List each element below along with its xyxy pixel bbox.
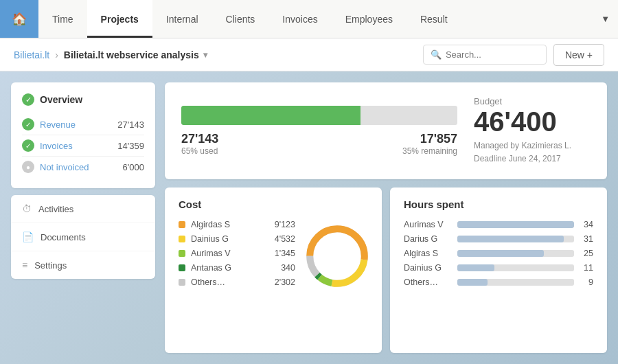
cost-dot-4 xyxy=(179,279,185,286)
hours-bar-wrap-3 xyxy=(457,264,574,271)
overview-title: Overview xyxy=(40,94,82,105)
settings-label: Settings xyxy=(34,260,67,271)
nav-dropdown-button[interactable]: ▼ xyxy=(593,0,618,38)
cost-val-2: 1'345 xyxy=(271,249,295,258)
stat-revenue: ✓ Revenue 27'143 xyxy=(22,114,144,135)
cost-row-3: Antanas G 340 xyxy=(179,263,295,273)
hours-val-3: 11 xyxy=(580,263,593,273)
search-box[interactable]: 🔍 xyxy=(423,45,547,65)
used-value: 27'143 xyxy=(181,132,218,146)
nav-item-clients[interactable]: Clients xyxy=(212,0,269,38)
cost-val-0: 9'123 xyxy=(271,220,295,229)
cost-list: Algirdas S 9'123 Dainius G 4'532 Aurimas… xyxy=(179,220,295,292)
stat-not-invoiced: ● Not invoiced 6'000 xyxy=(22,157,144,177)
activities-label: Activities xyxy=(38,204,73,214)
cost-area: Algirdas S 9'123 Dainius G 4'532 Aurimas… xyxy=(179,220,368,292)
breadcrumb-dropdown-icon[interactable]: ▾ xyxy=(203,50,207,60)
hours-bar-4 xyxy=(457,279,488,286)
overview-check-icon: ✓ xyxy=(22,93,34,106)
breadcrumb-bar: Bilietai.lt › Bilietai.lt webservice ana… xyxy=(0,38,618,71)
hours-row-1: Darius G 31 xyxy=(404,234,593,244)
cost-row-1: Dainius G 4'532 xyxy=(179,234,295,244)
hours-val-2: 25 xyxy=(580,249,593,258)
nav-item-internal[interactable]: Internal xyxy=(152,0,212,38)
hours-card: Hours spent Aurimas V 34 Darius G xyxy=(390,187,607,353)
hours-name-2: Algiras S xyxy=(404,249,452,258)
svg-point-6 xyxy=(317,236,357,276)
progress-left: 27'143 65% used xyxy=(181,132,218,156)
cost-row-2: Aurimas V 1'345 xyxy=(179,249,295,258)
cost-name-2: Aurimas V xyxy=(191,249,265,258)
revenue-value: 27'143 xyxy=(117,120,144,130)
hours-row-3: Dainius G 11 xyxy=(404,263,593,273)
progress-right: 17'857 35% remaining xyxy=(402,132,457,156)
overview-card: ✓ Overview ✓ Revenue 27'143 ✓ Invoices 1… xyxy=(11,82,155,188)
hours-name-1: Darius G xyxy=(404,234,452,244)
hours-bar-0 xyxy=(457,221,574,228)
stat-invoices: ✓ Invoices 14'359 xyxy=(22,135,144,157)
cost-name-3: Antanas G xyxy=(191,263,265,273)
right-content: 27'143 65% used 17'857 35% remaining Bud… xyxy=(165,82,607,353)
hours-card-title: Hours spent xyxy=(404,198,593,210)
settings-icon: ≡ xyxy=(22,260,27,271)
cost-val-1: 4'532 xyxy=(271,234,295,244)
cost-name-0: Algirdas S xyxy=(191,220,265,229)
hours-row-2: Algiras S 25 xyxy=(404,249,593,258)
progress-bar-fill xyxy=(181,106,360,125)
hours-list: Aurimas V 34 Darius G 31 A xyxy=(404,220,593,287)
main-content: ✓ Overview ✓ Revenue 27'143 ✓ Invoices 1… xyxy=(0,71,618,364)
bottom-row: Cost Algirdas S 9'123 Dainius G 4'532 xyxy=(165,187,607,353)
invoices-label[interactable]: Invoices xyxy=(40,141,117,151)
cost-dot-3 xyxy=(179,264,185,271)
donut-chart xyxy=(306,225,368,287)
not-invoiced-value: 6'000 xyxy=(123,162,144,172)
hours-bar-wrap-4 xyxy=(457,279,574,286)
sidebar-item-settings[interactable]: ≡ Settings xyxy=(11,251,155,279)
invoices-value: 14'359 xyxy=(117,141,144,151)
sidebar-item-activities[interactable]: ⏱ Activities xyxy=(11,195,155,223)
breadcrumb-parent[interactable]: Bilietai.lt xyxy=(14,49,49,60)
nav-item-employees[interactable]: Employees xyxy=(332,0,407,38)
cost-row-0: Algirdas S 9'123 xyxy=(179,220,295,229)
hours-name-3: Dainius G xyxy=(404,263,452,273)
hours-val-4: 9 xyxy=(580,277,593,287)
search-icon: 🔍 xyxy=(431,49,442,60)
hours-name-4: Others… xyxy=(404,277,452,287)
hours-row-4: Others… 9 xyxy=(404,277,593,287)
nav-item-time[interactable]: Time xyxy=(38,0,87,38)
hours-bar-wrap-0 xyxy=(457,221,574,228)
hours-row-0: Aurimas V 34 xyxy=(404,220,593,229)
cost-card: Cost Algirdas S 9'123 Dainius G 4'532 xyxy=(165,187,382,353)
progress-labels: 27'143 65% used 17'857 35% remaining xyxy=(181,132,457,156)
hours-val-0: 34 xyxy=(580,220,593,229)
budget-card: 27'143 65% used 17'857 35% remaining Bud… xyxy=(165,82,607,179)
hours-name-0: Aurimas V xyxy=(404,220,452,229)
overview-header: ✓ Overview xyxy=(22,93,144,106)
sidebar-links: ⏱ Activities 📄 Documents ≡ Settings xyxy=(11,195,155,279)
cost-dot-1 xyxy=(179,236,185,242)
documents-icon: 📄 xyxy=(22,231,34,242)
remaining-label: 35% remaining xyxy=(402,146,457,156)
nav-item-projects[interactable]: Projects xyxy=(87,0,152,38)
not-invoiced-label[interactable]: Not invoiced xyxy=(40,162,123,172)
home-nav-button[interactable]: 🏠 xyxy=(0,0,38,38)
breadcrumb-current: Bilietai.lt webservice analysis ▾ xyxy=(64,49,207,60)
revenue-label[interactable]: Revenue xyxy=(40,120,117,130)
remaining-value: 17'857 xyxy=(402,132,457,146)
budget-managed-by: Managed by Kazimieras L. xyxy=(474,139,591,152)
hours-bar-3 xyxy=(457,264,494,271)
search-area: 🔍 New + xyxy=(423,44,604,66)
search-input[interactable] xyxy=(446,49,542,60)
used-label: 65% used xyxy=(181,146,218,156)
nav-item-result[interactable]: Result xyxy=(407,0,461,38)
sidebar: ✓ Overview ✓ Revenue 27'143 ✓ Invoices 1… xyxy=(11,82,155,353)
sidebar-item-documents[interactable]: 📄 Documents xyxy=(11,223,155,251)
cost-name-4: Others… xyxy=(191,277,265,287)
hours-val-1: 31 xyxy=(580,234,593,244)
not-invoiced-icon: ● xyxy=(22,161,34,173)
nav-item-invoices[interactable]: Invoices xyxy=(268,0,331,38)
hours-bar-2 xyxy=(457,250,544,257)
revenue-icon: ✓ xyxy=(22,118,34,130)
new-button[interactable]: New + xyxy=(553,44,604,66)
budget-amount: 46'400 xyxy=(474,108,591,135)
